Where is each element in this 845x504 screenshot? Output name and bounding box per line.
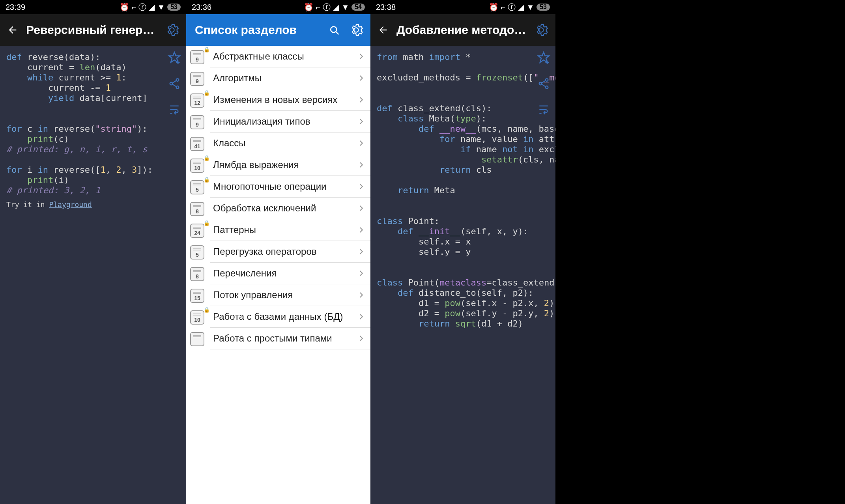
list-item-label: Работа с простыми типами — [213, 333, 357, 344]
list-item[interactable]: 15Поток управления — [186, 284, 370, 306]
code-viewer[interactable]: from math import * excluded_methods = fr… — [370, 46, 555, 504]
calendar-icon: 10 — [190, 310, 204, 325]
chevron-right-icon — [357, 269, 366, 278]
list-item-label: Паттерны — [213, 224, 357, 235]
pane-sections-list: 23:36 ⏰⌐ⓡ◢▼ 54 Список разделов 9🔒Абстрак… — [186, 0, 370, 504]
settings-button[interactable] — [532, 21, 551, 39]
list-item-label: Поток управления — [213, 289, 357, 301]
side-actions — [535, 49, 552, 118]
list-item[interactable]: 9Алгоритмы — [186, 67, 370, 89]
status-icons: ⏰⌐ⓡ◢▼ 54 — [304, 2, 365, 13]
lock-icon: 🔒 — [204, 220, 210, 226]
chevron-right-icon — [357, 182, 366, 191]
list-item-label: Перечисления — [213, 268, 357, 279]
status-bar: 23:39 ⏰⌐ⓡ◢▼ 53 — [0, 0, 186, 14]
page-title: Список разделов — [191, 23, 322, 37]
calendar-icon: 9 — [190, 72, 204, 86]
share-button[interactable] — [166, 75, 183, 92]
calendar-icon: 10 — [190, 159, 204, 173]
wrap-toggle-button[interactable] — [166, 101, 183, 118]
side-actions — [166, 49, 183, 118]
status-icons: ⏰⌐ⓡ◢▼ 53 — [120, 2, 181, 13]
sections-list[interactable]: 9🔒Абстрактные классы9Алгоритмы12🔒Изменен… — [186, 46, 370, 504]
toolbar: Реверсивный генерат… — [0, 14, 186, 46]
code-viewer[interactable]: def reverse(data): current = len(data) w… — [0, 46, 186, 504]
battery-badge: 53 — [167, 4, 181, 11]
chevron-right-icon — [357, 95, 366, 104]
code-content: from math import * excluded_methods = fr… — [377, 52, 555, 329]
list-item-label: Инициализация типов — [213, 116, 357, 127]
list-item[interactable]: 24🔒Паттерны — [186, 219, 370, 241]
list-item[interactable]: 8Обработка исключений — [186, 198, 370, 219]
list-item-label: Абстрактные классы — [213, 51, 357, 62]
status-time: 23:39 — [6, 3, 25, 12]
toolbar: Добавление методов… — [370, 14, 555, 46]
chevron-right-icon — [357, 204, 366, 213]
calendar-icon: 24 — [190, 224, 204, 238]
list-item-label: Изменения в новых версиях — [213, 94, 357, 105]
pane-code-reverse: 23:39 ⏰⌐ⓡ◢▼ 53 Реверсивный генерат… def … — [0, 0, 186, 504]
wrap-toggle-button[interactable] — [535, 101, 552, 118]
favorite-button[interactable] — [166, 49, 183, 66]
list-item[interactable]: 12🔒Изменения в новых версиях — [186, 89, 370, 111]
chevron-right-icon — [357, 291, 366, 299]
pane-code-methods: 23:38 ⏰⌐ⓡ◢▼ 53 Добавление методов… from … — [370, 0, 555, 504]
calendar-icon: 8 — [190, 267, 204, 281]
list-item[interactable]: 8Перечисления — [186, 263, 370, 284]
lock-icon: 🔒 — [204, 177, 210, 183]
playground-footer: Try it in Playground — [6, 196, 186, 209]
chevron-right-icon — [357, 139, 366, 147]
lock-icon: 🔒 — [204, 155, 210, 161]
chevron-right-icon — [357, 334, 366, 343]
chevron-right-icon — [357, 312, 366, 321]
status-time: 23:36 — [192, 3, 211, 12]
list-item[interactable]: Работа с простыми типами — [186, 328, 370, 349]
list-item[interactable]: 5🔒Многопоточные операции — [186, 176, 370, 198]
list-item-label: Обработка исключений — [213, 203, 357, 214]
calendar-icon: 12 — [190, 93, 204, 108]
status-bar: 23:36 ⏰⌐ⓡ◢▼ 54 — [186, 0, 370, 14]
list-item[interactable]: 9Инициализация типов — [186, 111, 370, 133]
list-item[interactable]: 9🔒Абстрактные классы — [186, 46, 370, 67]
calendar-icon: 41 — [190, 137, 204, 151]
chevron-right-icon — [357, 247, 366, 256]
battery-badge: 54 — [351, 4, 365, 11]
page-title: Добавление методов… — [394, 23, 529, 37]
calendar-icon: 5 — [190, 245, 204, 259]
list-item[interactable]: 5Перегрузка операторов — [186, 241, 370, 263]
battery-badge: 53 — [537, 4, 550, 11]
search-button[interactable] — [325, 21, 344, 39]
lock-icon: 🔒 — [204, 47, 210, 52]
list-item[interactable]: 10🔒Работа с базами данных (БД) — [186, 306, 370, 328]
status-bar: 23:38 ⏰⌐ⓡ◢▼ 53 — [370, 0, 555, 14]
page-title: Реверсивный генерат… — [24, 23, 159, 37]
list-item[interactable]: 41Классы — [186, 133, 370, 154]
back-button[interactable] — [5, 22, 21, 38]
calendar-icon: 9 — [190, 115, 204, 129]
list-item-label: Перегрузка операторов — [213, 246, 357, 257]
chevron-right-icon — [357, 226, 366, 234]
code-content: def reverse(data): current = len(data) w… — [6, 52, 186, 196]
chevron-right-icon — [357, 161, 366, 169]
settings-button[interactable] — [163, 21, 181, 39]
share-button[interactable] — [535, 75, 552, 92]
settings-button[interactable] — [347, 21, 366, 39]
back-button[interactable] — [375, 22, 391, 38]
chevron-right-icon — [357, 74, 366, 82]
toolbar: Список разделов — [186, 14, 370, 46]
list-item-label: Лямбда выражения — [213, 159, 357, 170]
calendar-icon — [190, 332, 204, 346]
lock-icon: 🔒 — [204, 307, 210, 313]
playground-link[interactable]: Playground — [49, 200, 92, 209]
status-icons: ⏰⌐ⓡ◢▼ 53 — [489, 2, 550, 13]
chevron-right-icon — [357, 52, 366, 61]
list-item-label: Многопоточные операции — [213, 181, 357, 192]
list-item[interactable]: 10🔒Лямбда выражения — [186, 154, 370, 176]
lock-icon: 🔒 — [204, 90, 210, 96]
list-item-label: Работа с базами данных (БД) — [213, 311, 357, 322]
list-item-label: Классы — [213, 138, 357, 149]
chevron-right-icon — [357, 117, 366, 126]
status-time: 23:38 — [376, 3, 396, 12]
favorite-button[interactable] — [535, 49, 552, 66]
list-item-label: Алгоритмы — [213, 73, 357, 84]
